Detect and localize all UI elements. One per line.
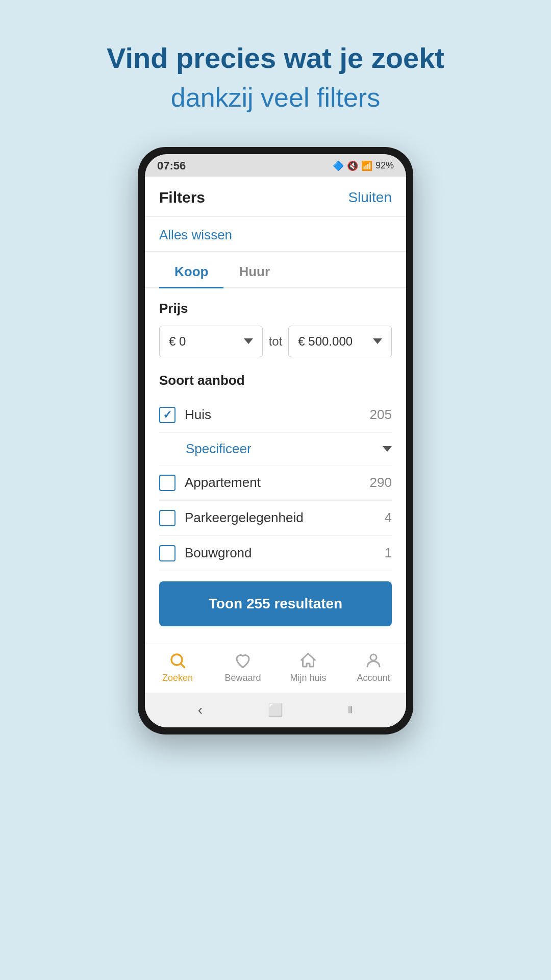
search-icon bbox=[168, 651, 187, 670]
price-from-select[interactable]: € 0 bbox=[159, 326, 263, 357]
nav-item-bewaard[interactable]: Bewaard bbox=[210, 651, 276, 683]
svg-line-1 bbox=[181, 664, 185, 668]
page-title-line2: dankzij veel filters bbox=[107, 79, 444, 116]
specificeer-label: Specificeer bbox=[186, 441, 378, 457]
parkeer-count: 4 bbox=[385, 510, 392, 526]
checkbox-row-appartement[interactable]: Appartement 290 bbox=[159, 465, 392, 501]
checkbox-huis[interactable]: ✓ bbox=[159, 407, 176, 423]
status-bar: 07:56 🔷 🔇 📶 92% bbox=[145, 154, 406, 177]
specificeer-row[interactable]: Specificeer bbox=[159, 433, 392, 465]
show-results-button[interactable]: Toon 255 resultaten bbox=[159, 581, 392, 626]
status-time: 07:56 bbox=[157, 159, 186, 173]
price-label: Prijs bbox=[159, 301, 392, 316]
filters-title: Filters bbox=[159, 189, 205, 206]
bottom-nav: Zoeken Bewaard Mijn huis bbox=[145, 644, 406, 693]
page-header: Vind precies wat je zoekt dankzij veel f… bbox=[76, 0, 475, 147]
person-icon bbox=[364, 651, 383, 670]
nav-label-account: Account bbox=[357, 673, 390, 683]
android-nav-bar: ‹ ⬜ ⦀ bbox=[145, 693, 406, 727]
specificeer-chevron-icon bbox=[383, 446, 392, 452]
android-back-button[interactable]: ‹ bbox=[198, 702, 203, 718]
app-content: Filters Sluiten Alles wissen Koop Huur P… bbox=[145, 177, 406, 727]
clear-section: Alles wissen bbox=[145, 217, 406, 252]
checkbox-bouwgrond[interactable] bbox=[159, 545, 176, 561]
phone-frame: 07:56 🔷 🔇 📶 92% Filters Sluiten Alles wi… bbox=[138, 147, 413, 734]
android-home-button[interactable]: ⬜ bbox=[268, 703, 283, 717]
checkmark-icon: ✓ bbox=[163, 408, 172, 422]
bluetooth-icon: 🔷 bbox=[333, 160, 344, 172]
home-icon bbox=[299, 651, 317, 670]
price-row: € 0 tot € 500.000 bbox=[159, 326, 392, 357]
clear-all-button[interactable]: Alles wissen bbox=[159, 227, 232, 242]
tab-huur[interactable]: Huur bbox=[223, 255, 285, 288]
price-to-select[interactable]: € 500.000 bbox=[288, 326, 392, 357]
app-header: Filters Sluiten bbox=[145, 177, 406, 217]
soort-aanbod-label: Soort aanbod bbox=[159, 373, 392, 388]
price-from-value: € 0 bbox=[169, 334, 186, 349]
soort-aanbod-section: Soort aanbod ✓ Huis 205 Specificeer bbox=[159, 373, 392, 571]
price-to-value: € 500.000 bbox=[298, 334, 353, 349]
checkbox-appartement[interactable] bbox=[159, 475, 176, 491]
mute-icon: 🔇 bbox=[347, 160, 358, 172]
nav-item-zoeken[interactable]: Zoeken bbox=[145, 651, 210, 683]
filters-body: Prijs € 0 tot € 500.000 Soort aanbod bbox=[145, 288, 406, 644]
chevron-down-icon-2 bbox=[373, 338, 382, 344]
phone-screen: 07:56 🔷 🔇 📶 92% Filters Sluiten Alles wi… bbox=[145, 154, 406, 727]
parkeer-label: Parkeergelegenheid bbox=[185, 510, 375, 526]
nav-item-mijn-huis[interactable]: Mijn huis bbox=[276, 651, 341, 683]
checkbox-row-parkeer[interactable]: Parkeergelegenheid 4 bbox=[159, 501, 392, 536]
huis-label: Huis bbox=[185, 407, 361, 423]
heart-icon bbox=[234, 651, 252, 670]
checkbox-row-bouwgrond[interactable]: Bouwgrond 1 bbox=[159, 536, 392, 571]
appartement-count: 290 bbox=[370, 475, 392, 491]
page-title-line1: Vind precies wat je zoekt bbox=[107, 41, 444, 75]
nav-label-bewaard: Bewaard bbox=[224, 673, 261, 683]
battery-text: 92% bbox=[375, 160, 394, 171]
checkbox-parkeer[interactable] bbox=[159, 510, 176, 526]
close-button[interactable]: Sluiten bbox=[348, 189, 392, 206]
status-icons: 🔷 🔇 📶 92% bbox=[333, 160, 394, 172]
bouwgrond-count: 1 bbox=[385, 545, 392, 561]
android-recent-button[interactable]: ⦀ bbox=[348, 704, 353, 716]
nav-label-mijn-huis: Mijn huis bbox=[290, 673, 326, 683]
nav-item-account[interactable]: Account bbox=[341, 651, 406, 683]
huis-count: 205 bbox=[370, 407, 392, 423]
svg-point-2 bbox=[370, 654, 377, 660]
bouwgrond-label: Bouwgrond bbox=[185, 545, 375, 561]
nav-label-zoeken: Zoeken bbox=[162, 673, 193, 683]
chevron-down-icon bbox=[244, 338, 253, 344]
wifi-icon: 📶 bbox=[361, 160, 372, 172]
tabs-container: Koop Huur bbox=[145, 255, 406, 288]
tab-koop[interactable]: Koop bbox=[159, 255, 223, 288]
checkbox-row-huis[interactable]: ✓ Huis 205 bbox=[159, 398, 392, 433]
price-separator: tot bbox=[269, 334, 283, 349]
appartement-label: Appartement bbox=[185, 475, 361, 491]
